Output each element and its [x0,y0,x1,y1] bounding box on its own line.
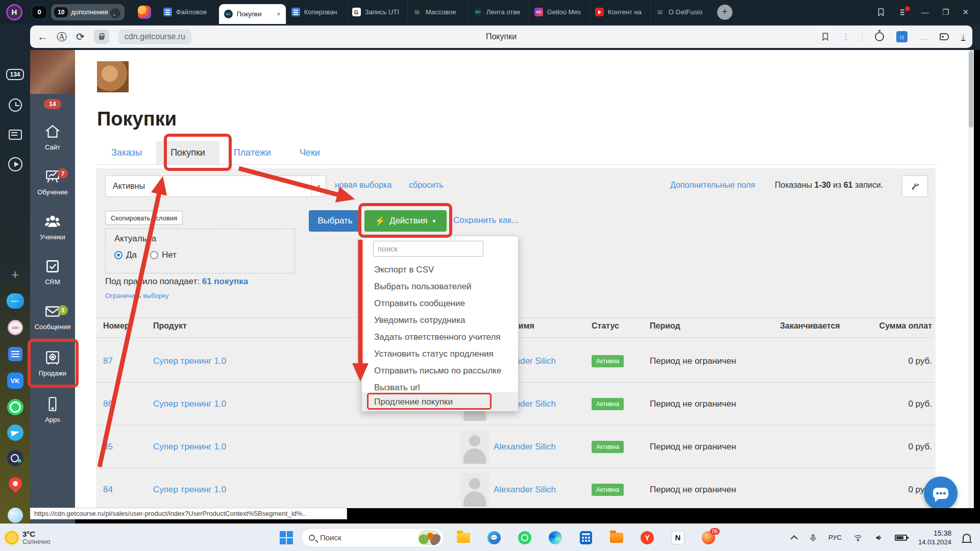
tray-chevron-icon[interactable] [791,535,798,542]
profile-avatar[interactable]: H [6,4,22,20]
clock-widget[interactable]: 15:3814.03.2024 [918,529,951,546]
new-selection-link[interactable]: новая выборка [335,181,391,190]
calculator-icon[interactable] [579,531,593,545]
account-photo[interactable] [30,50,75,94]
battery-icon[interactable] [895,535,907,541]
tab-lenta[interactable]: GCЛента отве [468,0,529,24]
segment-select[interactable]: Активны ▼ [105,176,326,197]
reload-icon[interactable]: ⟳ [76,31,85,43]
menu-item-send-message[interactable]: Отправить сообщение [362,295,518,312]
weather-widget[interactable]: 3°ССолнечно [0,530,97,545]
product-link[interactable]: Супер тренинг 1.0 [153,442,226,452]
tabs-counter-badge[interactable]: 134 [0,64,30,85]
rule-count[interactable]: 61 покупка [202,277,248,286]
add-panel-icon[interactable]: + [0,264,30,285]
chat-app-icon[interactable]: 💬 [487,531,501,545]
messenger-icon[interactable]: ••• [0,291,30,311]
settings-wrench-button[interactable] [902,176,928,197]
menu-item-send-mailing[interactable]: Отправить письмо по рассылке [362,362,518,379]
tab-failovoe[interactable]: Файловое [158,0,219,24]
back-icon[interactable]: ← [37,31,47,43]
menu-item-export-csv[interactable]: Экспорт в CSV [362,261,518,278]
docs-icon[interactable] [0,344,30,364]
badge-100-icon[interactable]: 100 [0,317,30,338]
folder-orange-icon[interactable] [609,531,624,545]
purchase-number-link[interactable]: 86 [103,399,113,409]
radio-unselected-icon[interactable] [150,251,158,259]
disk-icon[interactable] [0,505,30,525]
sidebar-item-sales[interactable]: Продажи [30,339,75,387]
timer-extension-icon[interactable] [875,32,884,41]
tab-kopirovanie[interactable]: Копирован [286,0,347,24]
camera-app-icon[interactable] [0,448,30,468]
bookmarks-panel-icon[interactable] [876,8,886,17]
start-button[interactable] [280,531,293,544]
sidebar-item-crm[interactable]: CRM [30,249,75,294]
app-with-badge-icon[interactable]: 06 [701,531,716,545]
select-button[interactable]: Выбрать [309,210,361,232]
chevron-down-icon[interactable]: ⌄ [108,6,122,20]
css-extension-icon[interactable]: {;} [896,31,908,42]
whatsapp-taskbar-icon[interactable] [518,531,532,545]
whatsapp-icon[interactable] [0,397,30,417]
lock-icon[interactable] [94,30,109,44]
minimize-button[interactable]: — [921,8,929,16]
more-vertical-icon[interactable]: ⋮ [842,32,850,41]
tag-extension-icon[interactable] [940,33,949,40]
telegram-icon[interactable] [0,422,30,443]
sidebar-item-apps[interactable]: Apps [30,387,75,432]
menu-search-input[interactable] [373,241,483,257]
tab-getfusion[interactable]: О GetFusio [650,0,711,24]
support-chat-button[interactable] [924,477,958,508]
tab-zapis[interactable]: GЗапись UTI [347,0,407,24]
close-icon[interactable]: × [277,10,281,18]
save-as-link[interactable]: Сохранить как... [453,215,519,226]
browser-menu-icon[interactable] [899,8,908,17]
extensions-pill[interactable]: 10 дополнения ⌄ [51,4,125,20]
copy-conditions-button[interactable]: Скопировать условия [105,211,183,225]
notifications-badge[interactable]: 14 [44,99,61,109]
radio-selected-icon[interactable] [114,251,122,259]
taskbar-search[interactable]: Поиск [301,528,444,547]
notion-icon[interactable]: N [671,531,685,545]
sidebar-item-messages[interactable]: 3 Сообщения [30,294,75,339]
omnibox[interactable]: ← Ⓐ ⟳ cdn.getcourse.ru Покупки ⋮ {;} … ↓ [30,26,972,48]
limit-selection-link[interactable]: Ограничить выборку [105,292,169,299]
page-scrollbar[interactable] [968,50,974,508]
menu-item-set-teacher[interactable]: Задать ответственного учителя [362,329,518,345]
sidebar-item-training[interactable]: 7 Обучение [30,159,75,204]
video-icon[interactable] [0,154,30,174]
radio-no[interactable]: Нет [150,250,177,260]
notes-icon[interactable] [0,124,30,145]
product-link[interactable]: Супер тренинг 1.0 [153,356,226,366]
actions-button[interactable]: ⚡ Действия ▼ [364,210,447,232]
wifi-icon[interactable] [853,534,863,542]
tab-getloo[interactable]: VOGetloo Mes [529,0,590,24]
user-name-link[interactable]: Alexander Silich [494,485,556,495]
vk-icon[interactable]: VK [0,370,30,391]
product-link[interactable]: Супер тренинг 1.0 [153,399,226,409]
purchase-number-link[interactable]: 87 [103,356,113,366]
url-text[interactable]: cdn.getcourse.ru [118,29,191,44]
history-icon[interactable] [0,95,30,115]
sidebar-item-students[interactable]: Ученики [30,204,75,249]
new-tab-button[interactable]: + [717,5,732,20]
yandex-home-icon[interactable]: Ⓐ [57,30,67,44]
tab-pokupki-active[interactable]: GCПокупки× [219,4,286,24]
close-button[interactable]: ✕ [962,8,969,17]
purchase-number-link[interactable]: 85 [103,442,113,452]
yandex-games-icon[interactable] [138,6,151,19]
tab-pokupki[interactable]: Покупки [156,141,219,164]
scrollbar-thumb[interactable] [969,51,973,128]
radio-yes[interactable]: Да [114,250,137,260]
explorer-icon[interactable] [456,531,471,545]
bookmark-icon[interactable] [821,32,830,41]
tab-massovoe[interactable]: Массовое [407,0,468,24]
menu-item-purchase-renewal[interactable]: Продление покупки [362,392,518,411]
microphone-icon[interactable] [809,533,817,542]
speaker-icon[interactable] [874,534,884,542]
tab-group-counter[interactable]: 0 [32,5,47,19]
reset-link[interactable]: сбросить [409,181,444,190]
product-link[interactable]: Супер тренинг 1.0 [153,485,226,495]
tab-kontent[interactable]: Контент на [590,0,650,24]
